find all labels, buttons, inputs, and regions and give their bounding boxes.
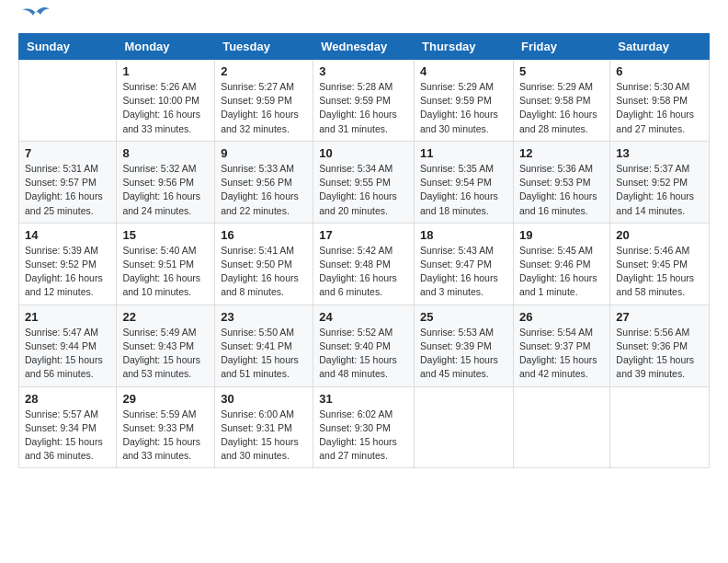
header	[18, 15, 710, 26]
day-number: 26	[519, 310, 604, 324]
day-info: Sunrise: 5:26 AMSunset: 10:00 PMDaylight…	[122, 80, 209, 136]
calendar-empty-cell	[415, 386, 514, 468]
calendar-day-13: 13Sunrise: 5:37 AMSunset: 9:52 PMDayligh…	[610, 141, 710, 223]
day-number: 25	[420, 310, 507, 324]
day-info: Sunrise: 5:29 AMSunset: 9:58 PMDaylight:…	[519, 80, 604, 136]
day-info: Sunrise: 5:35 AMSunset: 9:54 PMDaylight:…	[420, 162, 507, 218]
calendar-header-wednesday: Wednesday	[313, 34, 415, 60]
calendar-day-20: 20Sunrise: 5:46 AMSunset: 9:45 PMDayligh…	[610, 223, 710, 304]
day-number: 31	[319, 392, 408, 406]
day-info: Sunrise: 5:47 AMSunset: 9:44 PMDaylight:…	[25, 326, 110, 382]
day-number: 2	[221, 64, 307, 78]
day-number: 9	[221, 146, 307, 160]
logo-bird-icon	[22, 6, 50, 26]
calendar-day-17: 17Sunrise: 5:42 AMSunset: 9:48 PMDayligh…	[313, 223, 415, 304]
day-info: Sunrise: 5:43 AMSunset: 9:47 PMDaylight:…	[420, 244, 507, 300]
day-info: Sunrise: 5:41 AMSunset: 9:50 PMDaylight:…	[221, 244, 307, 300]
calendar-day-15: 15Sunrise: 5:40 AMSunset: 9:51 PMDayligh…	[117, 223, 215, 304]
day-number: 18	[420, 228, 507, 242]
day-info: Sunrise: 6:02 AMSunset: 9:30 PMDaylight:…	[319, 408, 408, 464]
calendar-day-16: 16Sunrise: 5:41 AMSunset: 9:50 PMDayligh…	[215, 223, 313, 304]
calendar-week-row: 14Sunrise: 5:39 AMSunset: 9:52 PMDayligh…	[19, 223, 710, 304]
calendar-day-5: 5Sunrise: 5:29 AMSunset: 9:58 PMDaylight…	[513, 60, 609, 142]
day-info: Sunrise: 5:49 AMSunset: 9:43 PMDaylight:…	[122, 326, 209, 382]
calendar-header-row: SundayMondayTuesdayWednesdayThursdayFrid…	[19, 34, 710, 60]
page: SundayMondayTuesdayWednesdayThursdayFrid…	[0, 0, 728, 483]
calendar-day-29: 29Sunrise: 5:59 AMSunset: 9:33 PMDayligh…	[117, 386, 215, 468]
calendar-empty-cell	[19, 60, 117, 142]
calendar-week-row: 21Sunrise: 5:47 AMSunset: 9:44 PMDayligh…	[19, 304, 710, 386]
calendar-header-monday: Monday	[117, 34, 215, 60]
calendar-day-31: 31Sunrise: 6:02 AMSunset: 9:30 PMDayligh…	[313, 386, 415, 468]
calendar-day-22: 22Sunrise: 5:49 AMSunset: 9:43 PMDayligh…	[117, 304, 215, 386]
day-info: Sunrise: 5:29 AMSunset: 9:59 PMDaylight:…	[420, 80, 507, 136]
calendar-day-9: 9Sunrise: 5:33 AMSunset: 9:56 PMDaylight…	[215, 141, 313, 223]
day-number: 13	[616, 146, 703, 160]
day-info: Sunrise: 5:40 AMSunset: 9:51 PMDaylight:…	[122, 244, 209, 300]
calendar-week-row: 28Sunrise: 5:57 AMSunset: 9:34 PMDayligh…	[19, 386, 710, 468]
calendar-day-4: 4Sunrise: 5:29 AMSunset: 9:59 PMDaylight…	[415, 60, 514, 142]
calendar-day-10: 10Sunrise: 5:34 AMSunset: 9:55 PMDayligh…	[313, 141, 415, 223]
day-info: Sunrise: 5:28 AMSunset: 9:59 PMDaylight:…	[319, 80, 408, 136]
day-number: 11	[420, 146, 507, 160]
day-number: 30	[221, 392, 307, 406]
day-number: 16	[221, 228, 307, 242]
calendar-day-18: 18Sunrise: 5:43 AMSunset: 9:47 PMDayligh…	[415, 223, 514, 304]
day-info: Sunrise: 5:31 AMSunset: 9:57 PMDaylight:…	[25, 162, 110, 218]
calendar-day-27: 27Sunrise: 5:56 AMSunset: 9:36 PMDayligh…	[610, 304, 710, 386]
calendar-day-19: 19Sunrise: 5:45 AMSunset: 9:46 PMDayligh…	[513, 223, 609, 304]
calendar-day-21: 21Sunrise: 5:47 AMSunset: 9:44 PMDayligh…	[19, 304, 117, 386]
day-number: 29	[122, 392, 209, 406]
day-number: 3	[319, 64, 408, 78]
day-info: Sunrise: 5:37 AMSunset: 9:52 PMDaylight:…	[616, 162, 703, 218]
day-info: Sunrise: 6:00 AMSunset: 9:31 PMDaylight:…	[221, 408, 307, 464]
day-number: 19	[519, 228, 604, 242]
calendar-day-25: 25Sunrise: 5:53 AMSunset: 9:39 PMDayligh…	[415, 304, 514, 386]
calendar-day-30: 30Sunrise: 6:00 AMSunset: 9:31 PMDayligh…	[215, 386, 313, 468]
day-number: 5	[519, 64, 604, 78]
day-number: 27	[616, 310, 703, 324]
calendar-day-24: 24Sunrise: 5:52 AMSunset: 9:40 PMDayligh…	[313, 304, 415, 386]
day-info: Sunrise: 5:53 AMSunset: 9:39 PMDaylight:…	[420, 326, 507, 382]
calendar-week-row: 1Sunrise: 5:26 AMSunset: 10:00 PMDayligh…	[19, 60, 710, 142]
day-number: 4	[420, 64, 507, 78]
calendar-header-friday: Friday	[513, 34, 609, 60]
day-number: 22	[122, 310, 209, 324]
day-number: 10	[319, 146, 408, 160]
day-number: 7	[25, 146, 110, 160]
day-number: 28	[25, 392, 110, 406]
day-info: Sunrise: 5:39 AMSunset: 9:52 PMDaylight:…	[25, 244, 110, 300]
day-info: Sunrise: 5:45 AMSunset: 9:46 PMDaylight:…	[519, 244, 604, 300]
day-info: Sunrise: 5:56 AMSunset: 9:36 PMDaylight:…	[616, 326, 703, 382]
calendar-day-28: 28Sunrise: 5:57 AMSunset: 9:34 PMDayligh…	[19, 386, 117, 468]
calendar-empty-cell	[610, 386, 710, 468]
day-info: Sunrise: 5:32 AMSunset: 9:56 PMDaylight:…	[122, 162, 209, 218]
calendar-header-thursday: Thursday	[415, 34, 514, 60]
calendar-day-8: 8Sunrise: 5:32 AMSunset: 9:56 PMDaylight…	[117, 141, 215, 223]
day-number: 1	[122, 64, 209, 78]
day-info: Sunrise: 5:42 AMSunset: 9:48 PMDaylight:…	[319, 244, 408, 300]
calendar-day-14: 14Sunrise: 5:39 AMSunset: 9:52 PMDayligh…	[19, 223, 117, 304]
calendar-day-11: 11Sunrise: 5:35 AMSunset: 9:54 PMDayligh…	[415, 141, 514, 223]
day-number: 6	[616, 64, 703, 78]
calendar-day-7: 7Sunrise: 5:31 AMSunset: 9:57 PMDaylight…	[19, 141, 117, 223]
calendar-day-1: 1Sunrise: 5:26 AMSunset: 10:00 PMDayligh…	[117, 60, 215, 142]
day-info: Sunrise: 5:46 AMSunset: 9:45 PMDaylight:…	[616, 244, 703, 300]
day-number: 8	[122, 146, 209, 160]
calendar-day-6: 6Sunrise: 5:30 AMSunset: 9:58 PMDaylight…	[610, 60, 710, 142]
day-number: 20	[616, 228, 703, 242]
day-info: Sunrise: 5:27 AMSunset: 9:59 PMDaylight:…	[221, 80, 307, 136]
day-info: Sunrise: 5:52 AMSunset: 9:40 PMDaylight:…	[319, 326, 408, 382]
day-number: 14	[25, 228, 110, 242]
day-number: 23	[221, 310, 307, 324]
calendar-header-sunday: Sunday	[19, 34, 117, 60]
day-number: 12	[519, 146, 604, 160]
calendar-week-row: 7Sunrise: 5:31 AMSunset: 9:57 PMDaylight…	[19, 141, 710, 223]
calendar-day-23: 23Sunrise: 5:50 AMSunset: 9:41 PMDayligh…	[215, 304, 313, 386]
calendar-day-2: 2Sunrise: 5:27 AMSunset: 9:59 PMDaylight…	[215, 60, 313, 142]
day-number: 21	[25, 310, 110, 324]
calendar-table: SundayMondayTuesdayWednesdayThursdayFrid…	[18, 33, 710, 468]
day-info: Sunrise: 5:59 AMSunset: 9:33 PMDaylight:…	[122, 408, 209, 464]
calendar-empty-cell	[513, 386, 609, 468]
day-info: Sunrise: 5:30 AMSunset: 9:58 PMDaylight:…	[616, 80, 703, 136]
